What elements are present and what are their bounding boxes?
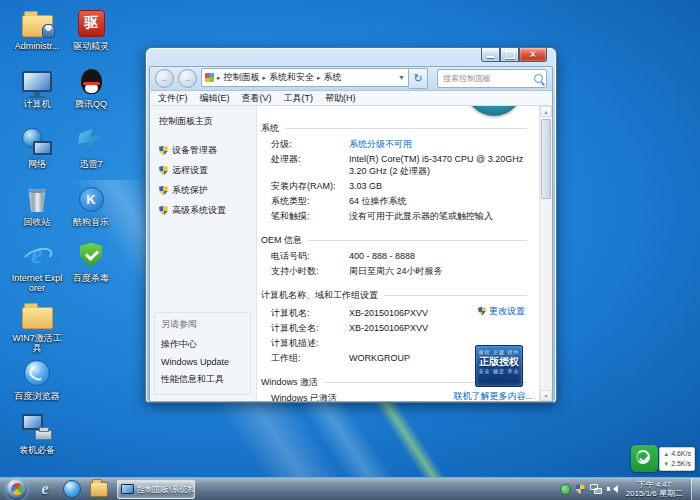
desktop-icon-internet-explorer[interactable]: e Internet Explorer — [10, 240, 64, 293]
desktop-icon-network[interactable]: 网络 — [10, 126, 64, 169]
search-input[interactable] — [441, 73, 534, 84]
menu-edit[interactable]: 编辑(E) — [200, 92, 230, 105]
breadcrumb-system[interactable]: 系统 — [324, 71, 342, 84]
breadcrumb-system-security[interactable]: 系统和安全 — [269, 71, 314, 84]
netspeed-widget[interactable]: ▲ 4.6K/s ▼ 2.5K/s — [631, 445, 695, 472]
window-titlebar[interactable]: × — [149, 51, 553, 66]
devices-icon — [22, 414, 52, 441]
search-icon[interactable] — [534, 74, 543, 83]
system-window-icon — [121, 484, 134, 494]
folder-user-icon — [22, 15, 53, 37]
folder-icon — [22, 307, 53, 329]
maximize-button[interactable] — [500, 48, 519, 62]
desktop-icon-pc-tools[interactable]: 装机必备 — [10, 412, 64, 455]
menu-help[interactable]: 帮助(H) — [325, 92, 356, 105]
menu-view[interactable]: 查看(V) — [242, 92, 272, 105]
sidebar-item-device-manager[interactable]: 设备管理器 — [159, 144, 256, 157]
start-button[interactable] — [6, 479, 27, 500]
sidebar-item-advanced-settings[interactable]: 高级系统设置 — [159, 204, 256, 217]
close-button[interactable]: × — [519, 48, 547, 62]
row-value: 周日至周六 24小时服务 — [349, 265, 525, 277]
taskbar-clock[interactable]: 下午 4:47 2015/1/6 星期二 — [623, 480, 686, 498]
sidebar-item-performance-tools[interactable]: 性能信息和工具 — [161, 373, 244, 386]
recycle-bin-icon — [28, 189, 47, 212]
info-row-ram: 安装内存(RAM): 3.03 GB — [271, 180, 525, 192]
row-value: 64 位操作系统 — [349, 195, 525, 207]
taskbar: e 控制面板\系统和安全\系统 下午 4:47 2015/1/6 星期二 — [0, 477, 700, 500]
refresh-button[interactable]: ↻ — [409, 68, 428, 89]
desktop-icon-thunder[interactable]: 迅雷7 — [64, 126, 118, 169]
taskbar-ie-button[interactable]: e — [36, 480, 54, 498]
rating-unavailable-link[interactable]: 系统分级不可用 — [349, 138, 525, 150]
tray-security-icon[interactable] — [560, 484, 571, 495]
sidebar: 控制面板主页 设备管理器 远程设置 系统保护 高级系统设置 — [150, 106, 257, 401]
desktop-icon-win7-activator[interactable]: WIN7激活工具 — [10, 300, 64, 353]
desktop-icon-administrator[interactable]: Administr... — [10, 8, 64, 51]
forward-button[interactable]: → — [178, 69, 197, 88]
monitor-icon — [33, 141, 52, 155]
scroll-up-icon[interactable]: ▲ — [540, 106, 552, 117]
menu-file[interactable]: 文件(F) — [158, 92, 188, 105]
desktop-icon-qq[interactable]: 腾讯QQ — [64, 66, 118, 109]
desktop-icon-baidu-antivirus[interactable]: 百度杀毒 — [64, 240, 118, 283]
menu-tools[interactable]: 工具(T) — [284, 92, 314, 105]
ie-icon: e — [41, 479, 49, 499]
uac-shield-icon — [478, 307, 486, 316]
back-button[interactable]: ← — [155, 69, 174, 88]
tray-volume-icon[interactable] — [607, 484, 618, 494]
show-desktop-button[interactable] — [691, 478, 700, 500]
info-row-support-hours: 支持小时数: 周日至周六 24小时服务 — [271, 265, 525, 277]
minimize-icon — [487, 56, 494, 58]
taskbar-explorer-button[interactable] — [90, 480, 108, 498]
desktop-icon-recycle-bin[interactable]: 回收站 — [10, 184, 64, 227]
info-row-processor: 处理器: Intel(R) Core(TM) i5-3470 CPU @ 3.2… — [271, 153, 525, 177]
section-divider — [308, 240, 527, 241]
maximize-icon — [505, 51, 515, 59]
taskbar-active-window-button[interactable]: 控制面板\系统和安全\系统 — [117, 480, 195, 499]
info-row-rating: 分级: 系统分级不可用 — [271, 138, 525, 150]
genuine-windows-badge[interactable]: 微软 正版 软件 正版授权 安全 稳定 齐全 — [475, 345, 523, 387]
section-title-system: 系统 — [261, 122, 279, 135]
system-info-panel: 系统 分级: 系统分级不可用 处理器: Intel(R) Core(TM) i5… — [257, 106, 539, 401]
scroll-down-icon[interactable]: ▼ — [540, 390, 552, 401]
sidebar-item-control-panel-home[interactable]: 控制面板主页 — [159, 115, 256, 128]
sidebar-item-label: 高级系统设置 — [172, 204, 226, 217]
desktop-icon-label: 回收站 — [10, 217, 64, 227]
sidebar-item-action-center[interactable]: 操作中心 — [161, 338, 244, 351]
address-bar[interactable]: ▸ 控制面板 ▸ 系统和安全 ▸ 系统 ▼ — [201, 68, 409, 87]
info-row-computer-name: 计算机名: XB-20150106PXVV 更改设置 — [271, 305, 525, 319]
breadcrumb-control-panel[interactable]: 控制面板 — [224, 71, 260, 84]
change-settings-link[interactable]: 更改设置 — [478, 305, 525, 317]
row-label: 系统类型: — [271, 195, 349, 207]
row-label: 笔和触摸: — [271, 210, 349, 222]
desktop-icon-label: 百度浏览器 — [10, 391, 64, 401]
tray-network-icon[interactable] — [590, 484, 602, 494]
desktop-icon-kugou[interactable]: K 酷狗音乐 — [64, 184, 118, 227]
desktop-icon-label: 酷狗音乐 — [64, 217, 118, 227]
taskbar-browser-button[interactable] — [63, 480, 81, 498]
scrollbar-track[interactable] — [540, 201, 552, 390]
system-tray: 下午 4:47 2015/1/6 星期二 — [560, 478, 700, 500]
security-check-icon — [631, 445, 658, 472]
sidebar-item-system-protection[interactable]: 系统保护 — [159, 184, 256, 197]
sidebar-item-remote-settings[interactable]: 远程设置 — [159, 164, 256, 177]
info-row-system-type: 系统类型: 64 位操作系统 — [271, 195, 525, 207]
clock-date: 2015/1/6 星期二 — [626, 489, 683, 498]
search-box[interactable] — [437, 69, 547, 88]
row-label: 电话号码: — [271, 250, 349, 262]
windows-logo — [465, 106, 523, 116]
address-dropdown-icon[interactable]: ▼ — [398, 74, 405, 81]
desktop-icon-computer[interactable]: 计算机 — [10, 66, 64, 109]
sidebar-item-windows-update[interactable]: Windows Update — [161, 357, 244, 367]
change-settings-label: 更改设置 — [489, 305, 525, 317]
scrollbar-thumb[interactable] — [541, 119, 551, 199]
desktop-icon-baidu-browser[interactable]: 百度浏览器 — [10, 358, 64, 401]
minimize-button[interactable] — [481, 48, 500, 62]
desktop-icon-driver-genius[interactable]: 驱 驱动精灵 — [64, 8, 118, 51]
qq-penguin-icon — [81, 69, 102, 94]
tray-action-center-icon[interactable] — [576, 484, 585, 494]
vertical-scrollbar[interactable]: ▲ ▼ — [539, 106, 552, 401]
breadcrumb-arrow-icon: ▸ — [317, 74, 321, 82]
learn-more-online-link[interactable]: 联机了解更多内容... — [453, 390, 533, 401]
row-value: 400 - 888 - 8888 — [349, 250, 525, 262]
